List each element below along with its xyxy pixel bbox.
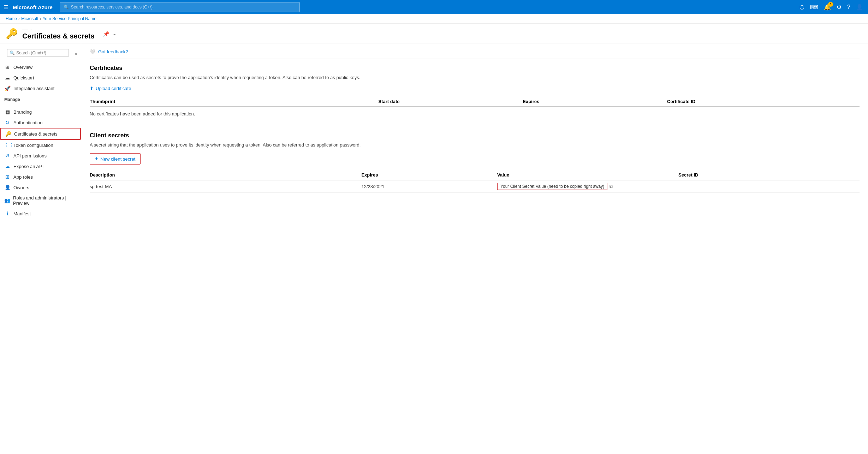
secret-description: sp-test-MA — [90, 184, 361, 189]
cert-col-id: Certificate ID — [667, 99, 860, 104]
feedback-text: Got feedback? — [98, 49, 128, 54]
sidebar-item-manifest[interactable]: ℹ Manifest — [0, 208, 81, 219]
cert-col-startdate: Start date — [379, 99, 523, 104]
secrets-col-expires: Expires — [361, 172, 497, 178]
nav-icon-group: ⬡ ⌨ 🔔 3 ⚙ ? 👤 — [798, 2, 864, 12]
manifest-icon: ℹ — [4, 211, 11, 216]
sidebar-item-owners[interactable]: 👤 Owners — [0, 182, 81, 193]
certificates-empty-message: No certificates have been added for this… — [90, 107, 860, 121]
sidebar-item-roles-admins[interactable]: 👥 Roles and administrators | Preview — [0, 193, 81, 208]
global-search-input[interactable] — [71, 5, 296, 10]
global-search-bar[interactable]: 🔍 — [60, 2, 300, 12]
header-actions: 📌 ··· — [103, 31, 117, 37]
roles-icon: 👥 — [4, 198, 10, 203]
sidebar-item-quickstart[interactable]: ☁ Quickstart — [0, 72, 81, 83]
certificates-table: Thumbprint Start date Expires Certificat… — [90, 97, 860, 121]
auth-icon: ↻ — [4, 120, 11, 125]
sidebar-label-roles: Roles and administrators | Preview — [13, 195, 77, 206]
overview-icon: ⊞ — [4, 64, 11, 70]
feedback-bar[interactable]: 🤍 Got feedback? — [90, 49, 860, 59]
brand-name: Microsoft Azure — [13, 4, 53, 10]
pin-icon[interactable]: 📌 — [103, 31, 109, 37]
breadcrumb: Home › Microsoft › Your Service Principa… — [0, 14, 868, 24]
sidebar-item-certificates-secrets[interactable]: 🔑 Certificates & secrets — [0, 128, 81, 140]
sidebar: 🔍 « ⊞ Overview ☁ Quickstart 🚀 Integratio… — [0, 43, 81, 454]
search-icon: 🔍 — [64, 5, 69, 10]
secrets-table-row: sp-test-MA 12/23/2021 Your Client Secret… — [90, 180, 860, 193]
owners-icon: 👤 — [4, 185, 11, 190]
quickstart-icon: ☁ — [4, 75, 11, 80]
secret-value-box: Your Client Secret Value (need to be cop… — [497, 183, 678, 190]
sidebar-item-app-roles[interactable]: ⊞ App roles — [0, 172, 81, 182]
sidebar-search-input[interactable] — [16, 50, 66, 55]
new-client-secret-button[interactable]: + New client secret — [90, 153, 141, 165]
main-layout: 🔍 « ⊞ Overview ☁ Quickstart 🚀 Integratio… — [0, 43, 868, 454]
expose-api-icon: ☁ — [4, 163, 11, 169]
cert-col-expires: Expires — [523, 99, 667, 104]
client-secrets-section: Client secrets A secret string that the … — [90, 132, 860, 193]
upload-certificate-btn[interactable]: ⬆ Upload certificate — [90, 86, 860, 91]
cert-col-thumbprint: Thumbprint — [90, 99, 379, 104]
sidebar-label-manifest: Manifest — [13, 211, 31, 216]
sidebar-label-api-perm: API permissions — [13, 153, 47, 159]
sidebar-item-branding[interactable]: ▦ Branding — [0, 107, 81, 117]
breadcrumb-sep-1: › — [18, 16, 20, 21]
notifications-icon[interactable]: 🔔 3 — [822, 2, 832, 12]
secret-expires: 12/23/2021 — [361, 184, 497, 189]
breadcrumb-sep-2: › — [40, 16, 41, 21]
heart-icon: 🤍 — [90, 49, 95, 54]
certificates-title: Certificates — [90, 65, 860, 72]
sidebar-collapse-btn[interactable]: « — [75, 51, 77, 56]
notification-badge: 3 — [828, 2, 833, 7]
user-icon[interactable]: 👤 — [855, 2, 864, 12]
sidebar-label-authentication: Authentication — [13, 120, 42, 125]
sidebar-label-app-roles: App roles — [13, 174, 33, 180]
sidebar-divider-1 — [0, 105, 81, 105]
page-header: 🔑 ── ·· Certificates & secrets 📌 ··· — [0, 24, 868, 43]
monitor-icon[interactable]: ⬡ — [798, 2, 806, 12]
settings-icon[interactable]: ⚙ — [835, 2, 843, 12]
token-icon: ⋮⋮ — [4, 142, 11, 148]
copy-icon[interactable]: ⧉ — [610, 184, 613, 190]
sidebar-item-token-config[interactable]: ⋮⋮ Token configuration — [0, 140, 81, 150]
sidebar-label-integration: Integration assistant — [13, 86, 54, 91]
upload-icon: ⬆ — [90, 86, 94, 91]
sidebar-label-quickstart: Quickstart — [13, 75, 34, 80]
sidebar-label-branding: Branding — [13, 109, 32, 115]
sidebar-item-overview[interactable]: ⊞ Overview — [0, 62, 81, 72]
sidebar-label-owners: Owners — [13, 185, 29, 190]
title-block: ── ·· Certificates & secrets — [22, 27, 95, 40]
breadcrumb-service-principal[interactable]: Your Service Principal Name — [43, 16, 96, 21]
sidebar-search-icon: 🔍 — [10, 50, 15, 55]
secret-value-display: Your Client Secret Value (need to be cop… — [497, 183, 607, 190]
breadcrumb-microsoft[interactable]: Microsoft — [21, 16, 38, 21]
client-secrets-description: A secret string that the application use… — [90, 142, 860, 148]
sidebar-label-expose-api: Expose an API — [13, 164, 43, 169]
help-icon[interactable]: ? — [846, 2, 852, 12]
sidebar-item-integration-assistant[interactable]: 🚀 Integration assistant — [0, 83, 81, 94]
certificates-description: Certificates can be used as secrets to p… — [90, 74, 860, 81]
secrets-col-value: Value — [497, 172, 678, 178]
branding-icon: ▦ — [4, 109, 11, 115]
hamburger-menu[interactable]: ☰ — [4, 4, 8, 11]
sidebar-item-authentication[interactable]: ↻ Authentication — [0, 117, 81, 128]
sidebar-label-token: Token configuration — [13, 143, 53, 148]
cert-secrets-icon: 🔑 — [5, 131, 11, 137]
integration-icon: 🚀 — [4, 85, 11, 91]
manage-section-label: Manage — [0, 94, 81, 103]
app-name-prefix: ── ·· — [22, 27, 95, 32]
sidebar-label-overview: Overview — [13, 65, 32, 70]
page-title: Certificates & secrets — [22, 32, 95, 40]
app-roles-icon: ⊞ — [4, 174, 11, 180]
plus-icon: + — [95, 156, 98, 162]
sidebar-item-api-permissions[interactable]: ↺ API permissions — [0, 150, 81, 161]
secrets-col-desc: Description — [90, 172, 361, 178]
api-perm-icon: ↺ — [4, 153, 11, 159]
sidebar-item-expose-api[interactable]: ☁ Expose an API — [0, 161, 81, 172]
secrets-table: Description Expires Value Secret ID sp-t… — [90, 170, 860, 193]
cloud-shell-icon[interactable]: ⌨ — [809, 2, 820, 12]
cert-table-header: Thumbprint Start date Expires Certificat… — [90, 97, 860, 107]
more-options-icon[interactable]: ··· — [113, 31, 117, 37]
breadcrumb-home[interactable]: Home — [6, 16, 17, 21]
client-secrets-title: Client secrets — [90, 132, 860, 139]
